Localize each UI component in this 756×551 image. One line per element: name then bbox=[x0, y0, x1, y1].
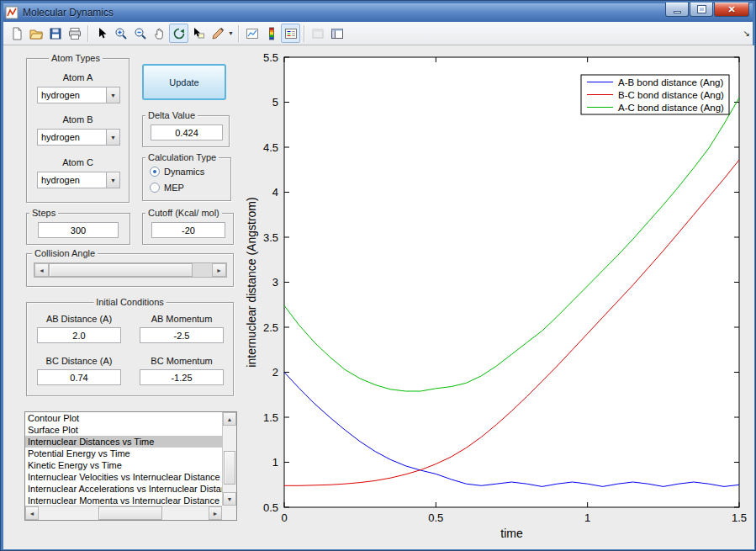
link-plot-icon[interactable] bbox=[242, 24, 262, 43]
pointer-icon[interactable] bbox=[92, 24, 111, 43]
atom-b-value: hydrogen bbox=[38, 130, 106, 145]
cutoff-input[interactable] bbox=[151, 222, 225, 238]
vertical-scroll-track[interactable] bbox=[223, 426, 236, 492]
show-plot-tools-icon[interactable] bbox=[327, 24, 346, 43]
ab-momentum-label: AB Momentum bbox=[140, 314, 224, 324]
zoom-out-icon[interactable] bbox=[130, 24, 150, 43]
scroll-right-icon[interactable]: ► bbox=[209, 506, 222, 520]
toolbar-separator bbox=[87, 25, 88, 42]
ab-distance-input[interactable] bbox=[37, 327, 121, 343]
steps-title: Steps bbox=[29, 208, 58, 218]
slider-track[interactable] bbox=[49, 263, 212, 277]
atom-b-dropdown[interactable]: hydrogen ▼ bbox=[37, 129, 120, 146]
svg-text:0.5: 0.5 bbox=[263, 501, 278, 514]
chevron-down-icon: ▼ bbox=[106, 87, 119, 103]
collision-angle-title: Collision Angle bbox=[32, 248, 98, 258]
app-window: Molecular Dynamics ✕ bbox=[0, 0, 756, 551]
calculation-type-title: Calculation Type bbox=[145, 152, 219, 162]
atom-c-value: hydrogen bbox=[38, 172, 106, 188]
mep-radio-label: MEP bbox=[164, 183, 184, 193]
close-icon: ✕ bbox=[727, 4, 735, 15]
vertical-scroll-thumb[interactable] bbox=[224, 451, 235, 485]
atom-a-dropdown[interactable]: hydrogen ▼ bbox=[37, 87, 120, 103]
open-file-icon[interactable] bbox=[26, 24, 45, 43]
rotate-3d-icon[interactable] bbox=[169, 24, 188, 43]
toolbar-separator bbox=[304, 25, 304, 42]
minimize-icon bbox=[674, 11, 681, 13]
list-item[interactable]: Internuclear Momenta vs Internuclear Dis… bbox=[25, 495, 222, 506]
pan-icon[interactable] bbox=[150, 24, 169, 43]
svg-text:time: time bbox=[500, 527, 523, 540]
data-cursor-icon[interactable] bbox=[188, 24, 208, 43]
cutoff-title: Cutoff (Kcal/ mol) bbox=[145, 208, 222, 218]
hide-plot-tools-icon[interactable] bbox=[308, 24, 327, 43]
slider-right-arrow-icon[interactable]: ► bbox=[212, 263, 226, 277]
slider-thumb[interactable] bbox=[49, 263, 193, 277]
brush-icon[interactable] bbox=[208, 24, 227, 43]
atom-c-dropdown[interactable]: hydrogen ▼ bbox=[37, 172, 120, 188]
scroll-down-icon[interactable]: ▼ bbox=[223, 492, 236, 506]
title-bar[interactable]: Molecular Dynamics ✕ bbox=[3, 3, 753, 22]
axes-plot[interactable]: 0.511.522.533.544.555.500.511.5timeinter… bbox=[239, 45, 754, 549]
calculation-type-panel: Calculation Type Dynamics MEP bbox=[142, 157, 231, 201]
save-figure-icon[interactable] bbox=[45, 24, 65, 43]
minimize-button[interactable] bbox=[665, 3, 689, 17]
slider-left-arrow-icon[interactable]: ◄ bbox=[34, 263, 49, 277]
bc-distance-input[interactable] bbox=[37, 369, 121, 385]
svg-text:1: 1 bbox=[584, 511, 590, 524]
mep-radio[interactable]: MEP bbox=[150, 183, 184, 193]
close-button[interactable]: ✕ bbox=[714, 3, 749, 17]
radio-selected-icon bbox=[150, 167, 160, 177]
ab-distance-label: AB Distance (A) bbox=[37, 314, 121, 324]
bc-distance-label: BC Distance (A) bbox=[37, 356, 121, 366]
app-icon bbox=[5, 6, 19, 19]
svg-text:A-C bond distance (Ang): A-C bond distance (Ang) bbox=[618, 103, 724, 113]
insert-colorbar-icon[interactable] bbox=[262, 24, 281, 43]
dynamics-radio-label: Dynamics bbox=[164, 167, 204, 177]
svg-text:0: 0 bbox=[281, 511, 287, 524]
bc-momentum-input[interactable] bbox=[140, 369, 224, 385]
update-button[interactable]: Update bbox=[142, 64, 226, 100]
delta-value-input[interactable] bbox=[151, 125, 223, 140]
list-item[interactable]: Internuclear Accelerations vs Internucle… bbox=[25, 483, 222, 495]
delta-value-title: Delta Value bbox=[145, 110, 198, 120]
steps-panel: Steps bbox=[26, 213, 130, 245]
maximize-button[interactable] bbox=[690, 3, 713, 17]
list-item[interactable]: Potential Energy vs Time bbox=[25, 448, 222, 459]
window-title: Molecular Dynamics bbox=[23, 7, 114, 19]
plot-type-listbox[interactable]: Contour Plot Surface Plot Internuclear D… bbox=[24, 411, 237, 521]
horizontal-scrollbar[interactable]: ◄ ► bbox=[25, 506, 222, 520]
dynamics-radio[interactable]: Dynamics bbox=[150, 167, 204, 177]
scroll-up-icon[interactable]: ▲ bbox=[223, 412, 236, 426]
list-item[interactable]: Kinetic Energy vs Time bbox=[25, 459, 222, 471]
svg-text:1: 1 bbox=[272, 456, 278, 469]
list-item[interactable]: Internuclear Velocities vs Internuclear … bbox=[25, 471, 222, 483]
list-item[interactable]: Contour Plot bbox=[25, 412, 222, 424]
vertical-scrollbar[interactable]: ▲ ▼ bbox=[222, 412, 236, 506]
atom-a-label: Atom A bbox=[27, 72, 129, 82]
brush-dropdown-icon[interactable]: ▾ bbox=[227, 29, 235, 37]
svg-text:1.5: 1.5 bbox=[263, 411, 278, 424]
horizontal-scroll-thumb[interactable] bbox=[98, 506, 163, 520]
horizontal-scroll-track[interactable] bbox=[39, 506, 209, 520]
toolbar-separator bbox=[238, 25, 239, 42]
chevron-down-icon: ▼ bbox=[106, 172, 119, 188]
initial-conditions-panel: Initial Conditions AB Distance (A) AB Mo… bbox=[26, 302, 234, 396]
svg-text:2: 2 bbox=[272, 366, 278, 379]
listbox-items: Contour Plot Surface Plot Internuclear D… bbox=[25, 412, 222, 506]
toolbar-overflow-arrow[interactable]: ↘ bbox=[743, 29, 750, 38]
atom-types-title: Atom Types bbox=[49, 53, 103, 63]
list-item[interactable]: Surface Plot bbox=[25, 424, 222, 436]
steps-input[interactable] bbox=[38, 222, 119, 238]
scroll-left-icon[interactable]: ◄ bbox=[25, 506, 39, 520]
new-file-icon[interactable] bbox=[7, 24, 26, 43]
print-figure-icon[interactable] bbox=[65, 24, 84, 43]
ab-momentum-input[interactable] bbox=[140, 327, 224, 343]
insert-legend-icon[interactable] bbox=[281, 24, 300, 43]
svg-text:1.5: 1.5 bbox=[732, 511, 747, 524]
svg-text:A-B bond distance (Ang): A-B bond distance (Ang) bbox=[618, 77, 723, 87]
collision-angle-slider[interactable]: ◄ ► bbox=[34, 262, 227, 278]
list-item[interactable]: Internuclear Distances vs Time bbox=[25, 436, 222, 448]
zoom-in-icon[interactable] bbox=[111, 24, 130, 43]
svg-text:B-C bond distance (Ang): B-C bond distance (Ang) bbox=[618, 90, 724, 100]
